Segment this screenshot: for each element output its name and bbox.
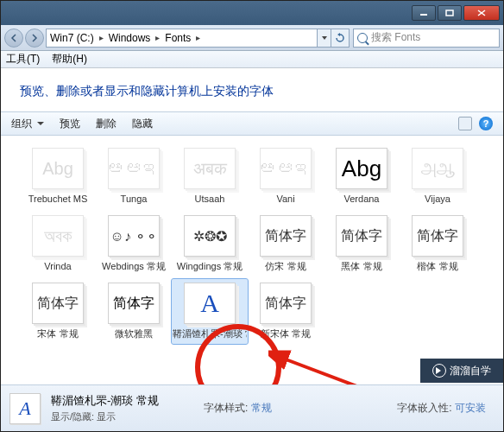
font-label: Trebuchet MS (21, 194, 95, 205)
font-label: 宋体 常规 (21, 328, 95, 340)
font-item[interactable]: 简体字新宋体 常规 (248, 279, 324, 343)
font-label: Vani (249, 194, 323, 205)
crumb-1[interactable]: Windows (109, 32, 151, 44)
font-thumb: 简体字 (260, 215, 312, 257)
font-item[interactable]: ✲❂✪Wingdings 常规 (172, 212, 248, 276)
font-item[interactable]: ಅಆಇTunga (96, 144, 172, 208)
font-item[interactable]: অবকVrinda (20, 212, 96, 276)
font-thumb: ಅಆಇ (260, 148, 312, 189)
font-label: Wingdings 常规 (173, 261, 247, 272)
breadcrumb-dropdown[interactable] (318, 29, 331, 48)
menu-help[interactable]: 帮助(H) (52, 52, 87, 67)
font-item[interactable]: 简体字宋体 常规 (20, 279, 96, 343)
font-label: 楷体 常规 (400, 261, 475, 272)
refresh-button[interactable] (331, 29, 350, 48)
font-item[interactable]: ☺♪ ⚬⚬Webdings 常规 (96, 212, 172, 276)
minimize-button[interactable] (412, 5, 436, 21)
search-icon (357, 33, 368, 43)
delete-button[interactable]: 删除 (96, 117, 117, 131)
preview-button[interactable]: 预览 (60, 117, 80, 131)
hide-button[interactable]: 隐藏 (132, 117, 153, 131)
details-embed: 字体嵌入性: 可安装 (397, 401, 495, 416)
font-label: 新宋体 常规 (249, 328, 323, 340)
toolbar: 组织 预览 删除 隐藏 ? (1, 111, 503, 136)
font-thumb: அஆ (412, 148, 463, 189)
font-thumb: Abg (32, 148, 84, 189)
menu-bar: 工具(T) 帮助(H) (1, 51, 503, 68)
font-thumb: 简体字 (108, 283, 160, 324)
font-thumb: 简体字 (412, 215, 463, 257)
font-label: 微软雅黑 (97, 328, 171, 340)
font-item[interactable]: 简体字黑体 常规 (324, 212, 400, 276)
details-thumb: A (9, 393, 41, 424)
close-button[interactable] (463, 5, 500, 21)
details-sub: 显示/隐藏: 显示 (51, 410, 159, 423)
font-item[interactable]: अबकUtsaah (172, 144, 248, 208)
font-thumb: ✲❂✪ (184, 215, 236, 257)
font-item[interactable]: அஆVijaya (400, 144, 476, 208)
font-item[interactable]: A鞯湄馇札罘-潮琰 常规 (172, 279, 248, 343)
font-label: Webdings 常规 (97, 261, 171, 272)
maximize-button[interactable] (438, 5, 462, 21)
font-item[interactable]: 简体字微软雅黑 (96, 279, 172, 343)
back-button[interactable] (4, 29, 23, 48)
svg-rect-0 (420, 14, 427, 16)
details-style: 字体样式: 常规 (204, 401, 272, 416)
view-options-icon[interactable] (458, 117, 472, 130)
font-thumb: A (184, 283, 236, 324)
crumb-0[interactable]: Win7 (C:) (50, 32, 94, 44)
font-label: Vrinda (21, 261, 95, 272)
details-name: 鞯湄馇札罘-潮琰 常规 (51, 393, 159, 409)
font-thumb: 简体字 (32, 283, 84, 324)
font-thumb: ☺♪ ⚬⚬ (108, 215, 160, 257)
font-thumb: 简体字 (336, 215, 387, 257)
font-item[interactable]: 简体字楷体 常规 (400, 212, 476, 276)
font-label: Tunga (97, 194, 171, 205)
font-grid: AbgTrebuchet MSಅಆಇTungaअबकUtsaahಅಆಇVaniA… (1, 136, 503, 353)
watermark: 溜溜自学 (420, 359, 503, 383)
font-label: Vijaya (400, 194, 475, 205)
forward-button[interactable] (25, 29, 44, 48)
organize-button[interactable]: 组织 (11, 117, 44, 131)
font-thumb: अबक (184, 148, 236, 189)
font-label: 鞯湄馇札罘-潮琰 常规 (173, 328, 247, 340)
details-pane: A 鞯湄馇札罘-潮琰 常规 显示/隐藏: 显示 字体样式: 常规 字体嵌入性: … (1, 384, 503, 431)
font-label: Utsaah (173, 194, 247, 205)
address-bar: Win7 (C:)▸ Windows▸ Fonts▸ 搜索 Fonts (1, 25, 503, 51)
font-thumb: ಅಆಇ (108, 148, 160, 189)
font-item[interactable]: AbgVerdana (324, 144, 400, 208)
crumb-2[interactable]: Fonts (165, 32, 191, 44)
breadcrumb[interactable]: Win7 (C:)▸ Windows▸ Fonts▸ (46, 29, 318, 48)
font-item[interactable]: AbgTrebuchet MS (20, 144, 96, 208)
font-item[interactable]: ಅಆಇVani (248, 144, 324, 208)
font-thumb: Abg (336, 148, 387, 189)
search-input[interactable]: 搜索 Fonts (353, 29, 500, 48)
svg-rect-1 (446, 10, 453, 16)
font-label: Verdana (324, 194, 399, 205)
content-area: 预览、删除或者显示和隐藏计算机上安装的字体 组织 预览 删除 隐藏 ? AbgT… (1, 68, 503, 431)
titlebar (1, 1, 503, 25)
font-thumb: 简体字 (260, 283, 312, 324)
help-icon[interactable]: ? (479, 117, 493, 130)
play-icon (432, 364, 446, 378)
font-label: 仿宋 常规 (249, 261, 323, 272)
font-label: 黑体 常规 (324, 261, 399, 272)
font-thumb: অবক (32, 215, 84, 257)
menu-tools[interactable]: 工具(T) (6, 52, 40, 67)
font-item[interactable]: 简体字仿宋 常规 (248, 212, 324, 276)
page-title: 预览、删除或者显示和隐藏计算机上安装的字体 (1, 75, 503, 111)
